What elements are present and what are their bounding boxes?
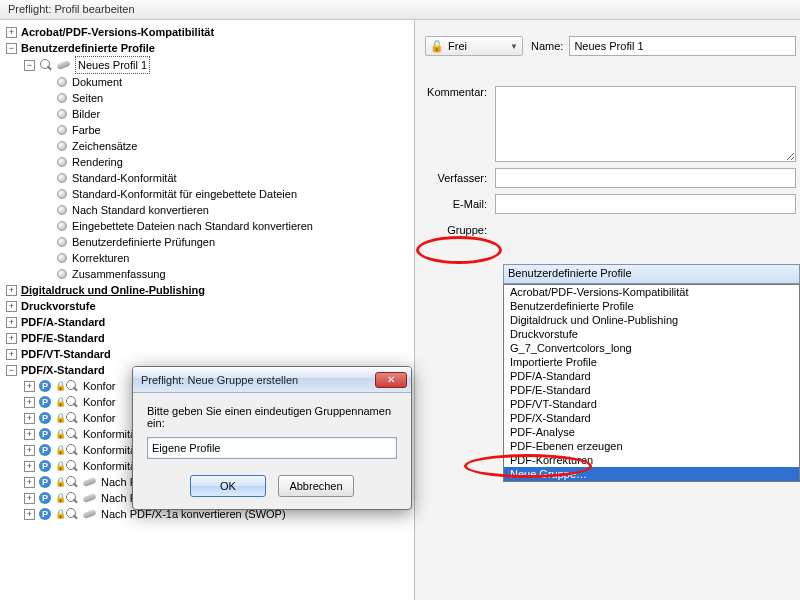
group-option[interactable]: PDF/VT-Standard — [504, 397, 799, 411]
expand-icon[interactable]: + — [6, 301, 17, 312]
wrench-icon — [83, 492, 97, 504]
ok-button[interactable]: OK — [190, 475, 266, 497]
tree-node-label: Digitaldruck und Online-Publishing — [21, 282, 205, 298]
group-option[interactable]: Druckvorstufe — [504, 327, 799, 341]
tree-node-label: Standard-Konformität — [72, 170, 177, 186]
group-option[interactable]: Acrobat/PDF-Versions-Kompatibilität — [504, 285, 799, 299]
tree-node[interactable]: Seiten — [6, 90, 410, 106]
expand-icon[interactable]: + — [24, 413, 35, 424]
tree-node[interactable]: +Digitaldruck und Online-Publishing — [6, 282, 410, 298]
expand-icon[interactable]: + — [6, 285, 17, 296]
tree-node-label: Konfor — [83, 410, 115, 426]
tree-node[interactable]: Eingebettete Dateien nach Standard konve… — [6, 218, 410, 234]
group-option[interactable]: PDF-Analyse — [504, 425, 799, 439]
expand-icon[interactable]: + — [6, 349, 17, 360]
wrench-icon — [83, 508, 97, 520]
expand-icon[interactable]: + — [6, 317, 17, 328]
group-name-input[interactable] — [147, 437, 397, 459]
tree-node-label: PDF/VT-Standard — [21, 346, 111, 362]
author-field[interactable] — [495, 168, 796, 188]
group-option[interactable]: PDF-Korrekturen — [504, 453, 799, 467]
tree-node[interactable]: Zeichensätze — [6, 138, 410, 154]
lock-icon: 🔒 — [55, 426, 63, 442]
group-dropdown[interactable]: Benutzerdefinierte Profile Acrobat/PDF-V… — [503, 264, 800, 482]
dialog-prompt: Bitte geben Sie einen eindeutigen Gruppe… — [147, 405, 397, 429]
tree-node[interactable]: Nach Standard konvertieren — [6, 202, 410, 218]
group-option[interactable]: Benutzerdefinierte Profile — [504, 299, 799, 313]
tree-node[interactable]: +Druckvorstufe — [6, 298, 410, 314]
expand-icon[interactable]: + — [24, 461, 35, 472]
tree-node[interactable]: Korrekturen — [6, 250, 410, 266]
name-field[interactable] — [569, 36, 796, 56]
group-option[interactable]: PDF/E-Standard — [504, 383, 799, 397]
dialog-titlebar[interactable]: Preflight: Neue Gruppe erstellen ✕ — [133, 367, 411, 393]
profile-icon: P — [39, 428, 51, 440]
group-dropdown-list[interactable]: Acrobat/PDF-Versions-KompatibilitätBenut… — [503, 284, 800, 482]
search-icon — [65, 428, 79, 440]
tree-node-label: Standard-Konformität für eingebettete Da… — [72, 186, 297, 202]
lock-combo[interactable]: 🔓 Frei ▼ — [425, 36, 523, 56]
comment-field[interactable] — [495, 86, 796, 162]
tree-node[interactable]: +Acrobat/PDF-Versions-Kompatibilität — [6, 24, 410, 40]
group-option[interactable]: Digitaldruck und Online-Publishing — [504, 313, 799, 327]
cancel-button[interactable]: Abbrechen — [278, 475, 354, 497]
tree-node[interactable]: Rendering — [6, 154, 410, 170]
tree-node-label: Konfor — [83, 394, 115, 410]
unlock-icon: 🔓 — [430, 40, 444, 53]
tree-node-label: Farbe — [72, 122, 101, 138]
tree-node[interactable]: −Benutzerdefinierte Profile — [6, 40, 410, 56]
tree-node-label: Eingebettete Dateien nach Standard konve… — [72, 218, 313, 234]
tree-node[interactable]: Dokument — [6, 74, 410, 90]
collapse-icon[interactable]: − — [6, 43, 17, 54]
tree-node[interactable]: −Neues Profil 1 — [6, 56, 410, 74]
tree-node[interactable]: +PDF/A-Standard — [6, 314, 410, 330]
bullet-icon — [57, 93, 67, 103]
lock-icon: 🔒 — [55, 378, 63, 394]
expand-icon[interactable]: + — [6, 27, 17, 38]
expand-icon[interactable]: + — [6, 333, 17, 344]
expand-icon[interactable]: + — [24, 381, 35, 392]
expand-icon[interactable]: + — [24, 493, 35, 504]
tree-node-label: Dokument — [72, 74, 122, 90]
tree-node-label: PDF/X-Standard — [21, 362, 105, 378]
tree-node[interactable]: Standard-Konformität für eingebettete Da… — [6, 186, 410, 202]
tree-node[interactable]: Farbe — [6, 122, 410, 138]
tree-node[interactable]: Benutzerdefinierte Prüfungen — [6, 234, 410, 250]
tree-node[interactable]: +PDF/E-Standard — [6, 330, 410, 346]
group-selected-value: Benutzerdefinierte Profile — [508, 267, 632, 279]
lock-label: Frei — [448, 40, 467, 52]
group-option[interactable]: Importierte Profile — [504, 355, 799, 369]
tree-node[interactable]: Zusammenfassung — [6, 266, 410, 282]
tree-node[interactable]: Bilder — [6, 106, 410, 122]
bullet-icon — [57, 109, 67, 119]
group-option[interactable]: PDF/X-Standard — [504, 411, 799, 425]
lock-icon: 🔒 — [55, 442, 63, 458]
close-button[interactable]: ✕ — [375, 372, 407, 388]
search-icon — [65, 508, 79, 520]
search-icon — [65, 492, 79, 504]
bullet-icon — [57, 189, 67, 199]
search-icon — [65, 460, 79, 472]
group-option[interactable]: PDF-Ebenen erzeugen — [504, 439, 799, 453]
tree-node[interactable]: Standard-Konformität — [6, 170, 410, 186]
expand-icon[interactable]: + — [24, 477, 35, 488]
search-icon — [39, 59, 53, 71]
profile-icon: P — [39, 412, 51, 424]
group-option[interactable]: Neue Gruppe… — [504, 467, 799, 481]
tree-node[interactable]: +PDF/VT-Standard — [6, 346, 410, 362]
collapse-icon[interactable]: − — [6, 365, 17, 376]
tree-node-label: Korrekturen — [72, 250, 129, 266]
group-dropdown-button[interactable]: Benutzerdefinierte Profile — [503, 264, 800, 284]
bullet-icon — [57, 205, 67, 215]
group-option[interactable]: PDF/A-Standard — [504, 369, 799, 383]
email-label: E-Mail: — [425, 198, 495, 210]
expand-icon[interactable]: + — [24, 429, 35, 440]
tree-node-label: Bilder — [72, 106, 100, 122]
tree-node-label: Zusammenfassung — [72, 266, 166, 282]
expand-icon[interactable]: + — [24, 509, 35, 520]
group-option[interactable]: G_7_Convertcolors_long — [504, 341, 799, 355]
expand-icon[interactable]: + — [24, 445, 35, 456]
email-field[interactable] — [495, 194, 796, 214]
collapse-icon[interactable]: − — [24, 60, 35, 71]
expand-icon[interactable]: + — [24, 397, 35, 408]
